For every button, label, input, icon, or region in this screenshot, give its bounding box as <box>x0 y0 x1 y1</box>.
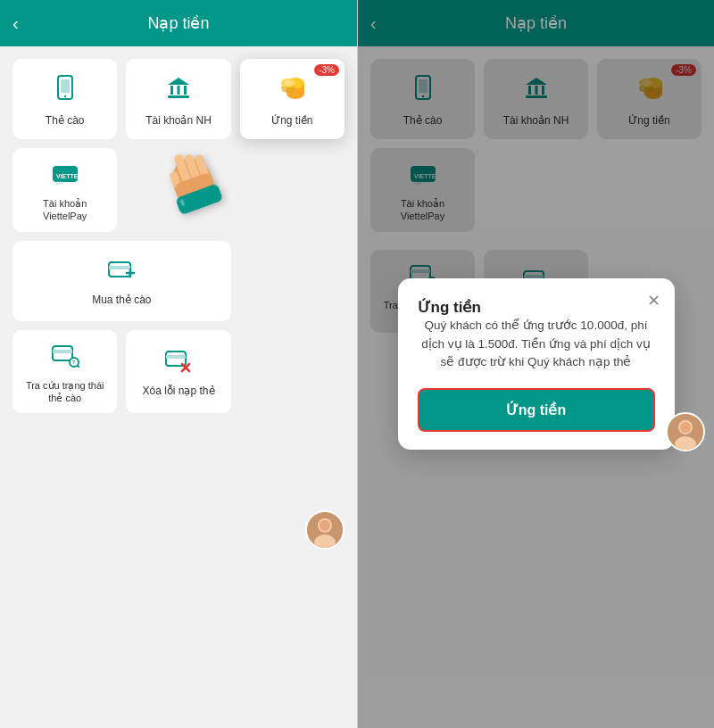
right-avatar[interactable] <box>666 412 705 451</box>
left-header-title: Nạp tiền <box>147 13 209 33</box>
modal-close-button[interactable]: ✕ <box>647 291 660 310</box>
modal-body: Quý khách có thể ứng trước 10.000đ, phí … <box>418 317 655 373</box>
left-header: ‹ Nạp tiền <box>0 0 357 46</box>
ung-tien-badge-left: -3% <box>314 64 339 76</box>
svg-line-24 <box>78 366 79 368</box>
add-card-icon <box>107 257 136 288</box>
xoa-loi-label: Xóa lỗi nạp thẻ <box>142 385 214 399</box>
right-panel: ‹ Nạp tiền Thẻ cào <box>357 0 714 728</box>
svg-rect-7 <box>168 95 189 98</box>
svg-text:?: ? <box>71 360 75 365</box>
svg-text:VIETTEL: VIETTEL <box>56 173 79 179</box>
the-cao-label: Thẻ cào <box>46 114 85 128</box>
tai-khoan-nh-label: Tài khoản NH <box>145 114 212 128</box>
phone-icon <box>51 74 79 109</box>
modal-backdrop[interactable]: Ứng tiền ✕ Quý khách có thể ứng trước 10… <box>358 0 714 728</box>
left-panel: ‹ Nạp tiền Thẻ cào <box>0 0 357 728</box>
left-back-button[interactable]: ‹ <box>12 13 19 34</box>
viettelpay-label: Tài khoảnViettelPay <box>43 197 87 223</box>
svg-marker-3 <box>168 78 189 85</box>
svg-point-13 <box>284 80 293 86</box>
bank-icon <box>164 74 193 109</box>
modal-ung-tien-button[interactable]: Ứng tiền <box>418 388 655 432</box>
viettelpay-icon: VIETTEL PAY <box>51 161 79 192</box>
svg-rect-4 <box>170 86 173 95</box>
svg-rect-18 <box>109 266 130 269</box>
mua-the-cao-label: Mua thẻ cào <box>92 294 151 308</box>
tra-cuu-label: Tra cứu trạng tháithẻ cào <box>26 379 104 405</box>
left-avatar[interactable] <box>305 510 345 550</box>
svg-point-71 <box>680 422 691 433</box>
left-item-the-cao[interactable]: Thẻ cào <box>12 59 117 139</box>
left-item-ung-tien[interactable]: -3% Ứng tiền <box>240 59 345 139</box>
search-card-icon: ? <box>51 343 79 374</box>
svg-rect-6 <box>184 86 187 95</box>
left-item-mua-the-cao[interactable]: Mua thẻ cào <box>12 241 231 321</box>
svg-text:PAY: PAY <box>56 180 65 186</box>
delete-card-icon <box>164 348 193 379</box>
svg-point-2 <box>63 95 65 97</box>
svg-rect-5 <box>177 86 179 95</box>
svg-rect-1 <box>61 79 70 93</box>
left-item-tai-khoan-nh[interactable]: Tài khoản NH <box>126 59 230 139</box>
svg-point-33 <box>320 520 330 531</box>
left-grid: Thẻ cào Tài khoản NH -3% <box>0 46 357 728</box>
left-item-tra-cuu[interactable]: ? Tra cứu trạng tháithẻ cào <box>12 330 117 414</box>
left-item-xoa-loi[interactable]: Xóa lỗi nạp thẻ <box>126 330 230 414</box>
coins-icon-left <box>276 74 308 109</box>
svg-rect-27 <box>166 355 186 359</box>
ung-tien-modal: Ứng tiền ✕ Quý khách có thể ứng trước 10… <box>398 278 675 451</box>
left-item-viettelpay[interactable]: VIETTEL PAY Tài khoảnViettelPay <box>12 148 117 232</box>
ung-tien-label-left: Ứng tiền <box>271 114 312 128</box>
modal-title: Ứng tiền <box>418 299 481 316</box>
svg-rect-22 <box>53 350 72 353</box>
